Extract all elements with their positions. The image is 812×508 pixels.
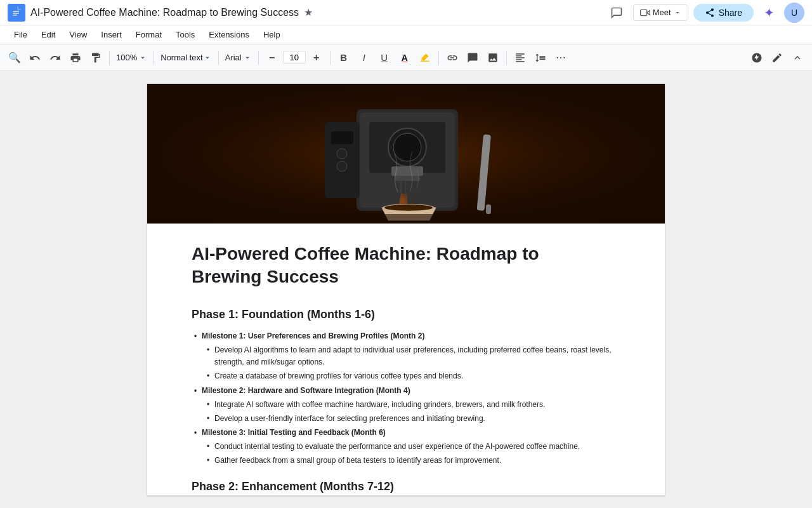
svg-point-19 [384, 204, 433, 211]
font-size-minus-button[interactable]: − [263, 48, 282, 67]
hero-image [147, 84, 665, 224]
document-area: AI-Powered Coffee Machine: Roadmap toBre… [0, 71, 812, 508]
sep1 [109, 51, 110, 65]
menu-edit[interactable]: Edit [35, 27, 62, 42]
font-value: Arial [225, 53, 242, 62]
gemini-button[interactable]: ✦ [759, 3, 779, 23]
svg-rect-3 [13, 15, 17, 16]
accessibility-button[interactable] [747, 48, 766, 67]
search-button[interactable]: 🔍 [5, 48, 24, 67]
svg-rect-2 [13, 13, 19, 14]
svg-point-13 [393, 133, 421, 161]
svg-rect-26 [147, 214, 665, 224]
milestone-3-sub-1: Conduct internal testing to evaluate the… [192, 441, 620, 453]
font-color-button[interactable]: A [395, 48, 414, 67]
italic-button[interactable]: I [355, 48, 374, 67]
highlight-button[interactable] [416, 48, 435, 67]
menu-bar: File Edit View Insert Format Tools Exten… [0, 25, 812, 44]
user-avatar[interactable]: U [784, 3, 804, 23]
zoom-selector[interactable]: 100% [114, 51, 150, 64]
svg-rect-1 [13, 11, 19, 12]
align-button[interactable] [511, 48, 530, 67]
svg-rect-21 [486, 204, 491, 214]
paragraph-style-selector[interactable]: Normal text [158, 53, 214, 62]
meet-button[interactable]: Meet [633, 4, 688, 21]
phase2-heading: Phase 2: Enhancement (Months 7-12) [192, 480, 620, 493]
svg-rect-5 [640, 10, 646, 15]
sep6 [438, 51, 439, 65]
redo-button[interactable] [46, 48, 65, 67]
more-options-button[interactable]: ⋯ [551, 48, 570, 67]
menu-file[interactable]: File [8, 27, 34, 42]
document-page: AI-Powered Coffee Machine: Roadmap toBre… [147, 84, 665, 495]
milestone-2-header: Milestone 2: Hardware and Software Integ… [192, 385, 620, 397]
style-value: Normal text [160, 53, 202, 62]
svg-rect-23 [331, 131, 353, 144]
menu-insert[interactable]: Insert [95, 27, 128, 42]
menu-tools[interactable]: Tools [169, 27, 201, 42]
phase1-heading: Phase 1: Foundation (Months 1-6) [192, 308, 620, 321]
document-content: AI-Powered Coffee Machine: Roadmap toBre… [147, 224, 665, 508]
sep4 [258, 51, 259, 65]
menu-help[interactable]: Help [257, 27, 287, 42]
svg-point-25 [337, 161, 347, 171]
svg-marker-4 [646, 10, 650, 15]
google-docs-icon [8, 4, 25, 22]
sep2 [154, 51, 154, 65]
comments-button[interactable] [605, 1, 628, 24]
menu-extensions[interactable]: Extensions [202, 27, 256, 42]
underline-button[interactable]: U [375, 48, 394, 67]
menu-format[interactable]: Format [129, 27, 168, 42]
insert-comment-button[interactable] [463, 48, 482, 67]
svg-rect-15 [395, 176, 420, 181]
undo-button[interactable] [25, 48, 44, 67]
print-button[interactable] [66, 48, 85, 67]
font-selector[interactable]: Arial [223, 51, 254, 64]
svg-rect-6 [421, 60, 429, 62]
zoom-value: 100% [116, 53, 137, 62]
title-actions: Meet Share ✦ U [605, 1, 804, 24]
bookmark-icon[interactable]: ★ [304, 6, 313, 18]
title-bar: AI-Powered Coffee Machine: Roadmap to Br… [0, 0, 812, 25]
milestone-2-sub-1: Integrate AI software with coffee machin… [192, 399, 620, 411]
font-size-plus-button[interactable]: + [307, 48, 326, 67]
milestone-2-sub-2: Develop a user-friendly interface for se… [192, 413, 620, 425]
milestone-3-header: Milestone 3: Initial Testing and Feedbac… [192, 427, 620, 439]
svg-rect-17 [402, 181, 405, 194]
milestone-1-sub-2: Create a database of brewing profiles fo… [192, 370, 620, 382]
edit-mode-button[interactable] [768, 48, 787, 67]
svg-point-24 [337, 149, 347, 159]
milestone-1-sub-1: Develop AI algorithms to learn and adapt… [192, 344, 620, 368]
insert-link-button[interactable] [443, 48, 462, 67]
sep3 [218, 51, 219, 65]
sep5 [330, 51, 331, 65]
milestone-list: Milestone 1: User Preferences and Brewin… [192, 330, 620, 467]
sep7 [506, 51, 507, 65]
document-title: AI-Powered Coffee Machine: Roadmap toBre… [192, 243, 620, 289]
milestone-1-header: Milestone 1: User Preferences and Brewin… [192, 330, 620, 342]
insert-image-button[interactable] [483, 48, 502, 67]
menu-view[interactable]: View [63, 27, 93, 42]
line-spacing-button[interactable] [531, 48, 550, 67]
font-size-input[interactable]: 10 [283, 51, 306, 64]
toolbar: 🔍 100% Normal text Arial − 10 + B I U A [0, 44, 812, 71]
document-title: AI-Powered Coffee Machine: Roadmap to Br… [30, 7, 299, 18]
paint-format-button[interactable] [86, 48, 105, 67]
bold-button[interactable]: B [334, 48, 353, 67]
collapse-button[interactable] [788, 48, 807, 67]
milestone-3-sub-2: Gather feedback from a small group of be… [192, 455, 620, 467]
share-button[interactable]: Share [693, 4, 754, 22]
